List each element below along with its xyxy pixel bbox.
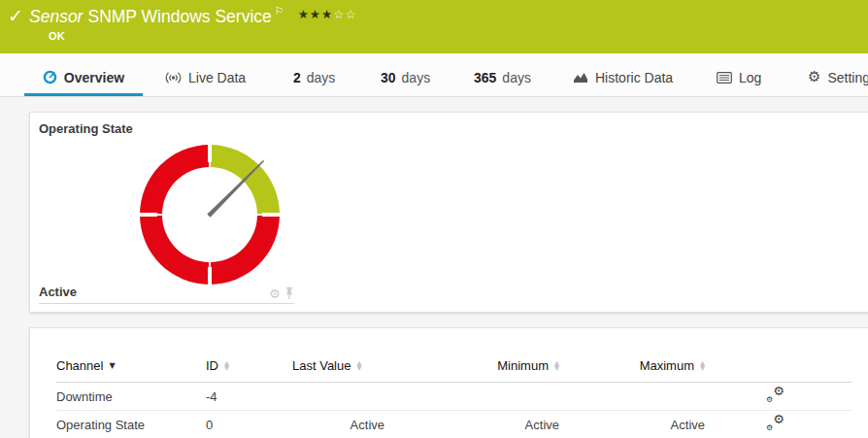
flag-icon[interactable]: ⚐ (275, 5, 284, 17)
tab-365-days-number: 365 (474, 70, 496, 85)
stars-filled[interactable]: ★★★ (298, 7, 334, 21)
tab-live-data[interactable]: Live Data (165, 53, 246, 96)
tab-2-days[interactable]: 2 days (293, 53, 335, 96)
last-value-header-label: Last Value (292, 358, 351, 373)
channel-settings-gears-icon[interactable]: ⚙⚙ (765, 416, 785, 430)
object-type-label: Sensor (29, 7, 83, 26)
tab-bar: Overview Live Data 2 days 30 days 365 da… (0, 53, 868, 97)
sensor-name: SNMP Windows Service (87, 7, 271, 26)
cell-id: 0 (206, 411, 292, 438)
tab-30-days-number: 30 (381, 70, 396, 85)
gauge-value-label: Active (39, 285, 77, 299)
channel-table-header-row: Channel▼ ID▲▼ Last Value▲▼ Minimum▲▼ Max… (56, 358, 852, 383)
tab-overview-label: Overview (64, 70, 124, 85)
stars-empty[interactable]: ☆☆ (333, 7, 356, 21)
channel-settings-gear-icon[interactable]: ⚙ (269, 287, 281, 300)
cell-id: -4 (206, 383, 292, 411)
table-row-operating-state: Operating State 0 Active Active Active ⚙… (56, 411, 852, 438)
sort-both-icon: ▲▼ (554, 361, 559, 371)
tab-log[interactable]: Log (717, 53, 761, 96)
column-header-minimum[interactable]: Minimum▲▼ (384, 358, 559, 383)
sensor-status-header: ✓ SensorSNMP Windows Service⚐★★★☆☆ OK (0, 0, 868, 53)
pin-icon[interactable] (284, 286, 294, 300)
cell-channel: Operating State (56, 411, 206, 438)
tab-2-days-unit: days (307, 70, 336, 85)
tab-365-days[interactable]: 365 days (474, 53, 531, 96)
cell-maximum (559, 383, 705, 411)
channel-header-label: Channel (56, 358, 103, 373)
gauge-title: Operating State (39, 121, 133, 136)
gauge-cell-actions: ⚙ (269, 286, 294, 300)
tab-overview[interactable]: Overview (24, 53, 143, 96)
tab-30-days[interactable]: 30 days (381, 53, 430, 96)
tab-historic-data-label: Historic Data (595, 70, 673, 85)
settings-gear-icon: ⚙ (808, 70, 820, 84)
sort-both-icon: ▲▼ (224, 361, 229, 371)
column-header-channel[interactable]: Channel▼ (56, 358, 206, 383)
cell-last-value: Active (292, 411, 384, 438)
channel-settings-gears-icon[interactable]: ⚙⚙ (765, 387, 785, 402)
column-header-last-value[interactable]: Last Value▲▼ (292, 358, 384, 383)
sort-desc-icon: ▼ (109, 361, 115, 370)
column-header-actions (705, 358, 852, 383)
broadcast-icon (165, 71, 182, 84)
gauge-cell-divider (39, 303, 294, 304)
channel-table-panel: Channel▼ ID▲▼ Last Value▲▼ Minimum▲▼ Max… (29, 327, 868, 438)
maximum-header-label: Maximum (640, 358, 694, 373)
minimum-header-label: Minimum (497, 358, 549, 373)
overview-gauge-panel: Operating State Active ⚙ (29, 112, 868, 313)
cell-last-value (292, 383, 384, 411)
cell-channel: Downtime (56, 383, 206, 411)
cell-minimum: Active (384, 411, 559, 438)
cell-minimum (384, 383, 559, 411)
tab-historic-data[interactable]: Historic Data (573, 53, 673, 96)
cell-maximum: Active (559, 411, 705, 438)
priority-stars[interactable]: ★★★☆☆ (298, 7, 357, 21)
status-badge: OK (49, 30, 65, 42)
sort-both-icon: ▲▼ (700, 361, 705, 371)
channel-table: Channel▼ ID▲▼ Last Value▲▼ Minimum▲▼ Max… (56, 358, 852, 438)
page-title: SensorSNMP Windows Service⚐★★★☆☆ (29, 5, 357, 27)
tab-live-data-label: Live Data (188, 70, 246, 85)
tab-2-days-number: 2 (293, 70, 301, 85)
gauge-tab-icon (43, 70, 57, 84)
area-chart-icon (573, 71, 588, 84)
log-list-icon (717, 72, 732, 84)
column-header-maximum[interactable]: Maximum▲▼ (559, 358, 705, 383)
status-check-icon: ✓ (8, 5, 23, 26)
tab-settings-label: Settings (827, 70, 868, 85)
id-header-label: ID (206, 358, 218, 373)
tab-settings[interactable]: ⚙ Settings (808, 53, 868, 96)
tab-365-days-unit: days (502, 70, 531, 85)
table-row-downtime: Downtime -4 ⚙⚙ (56, 383, 852, 411)
tab-log-label: Log (739, 70, 761, 85)
tab-30-days-unit: days (402, 70, 431, 85)
operating-state-gauge (132, 137, 287, 292)
column-header-id[interactable]: ID▲▼ (206, 358, 292, 383)
sort-both-icon: ▲▼ (356, 361, 361, 371)
